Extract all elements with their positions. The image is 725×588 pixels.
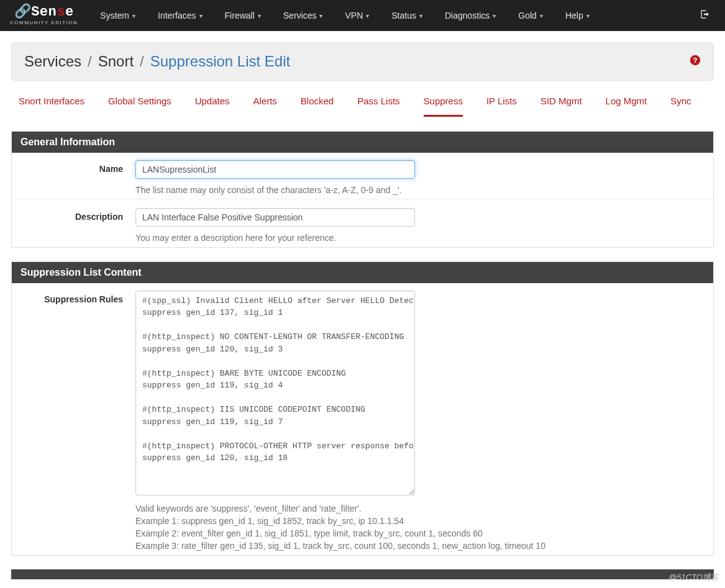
nav-item-help[interactable]: Help▾: [554, 0, 601, 31]
tab-blocked[interactable]: Blocked: [301, 96, 334, 117]
breadcrumb-active: Suppression List Edit: [150, 53, 290, 70]
caret-icon: ▾: [419, 12, 422, 19]
nav-item-vpn[interactable]: VPN▾: [334, 0, 380, 31]
breadcrumb-services[interactable]: Services: [24, 53, 81, 70]
tab-alerts[interactable]: Alerts: [253, 96, 277, 117]
general-information-title: General Information: [12, 132, 713, 153]
nav-item-gold[interactable]: Gold▾: [507, 0, 554, 31]
suppression-content-panel: Suppression List Content Suppression Rul…: [11, 261, 714, 556]
tab-suppress[interactable]: Suppress: [424, 96, 463, 117]
action-strip: [11, 569, 714, 579]
nav-item-firewall[interactable]: Firewall▾: [214, 0, 272, 31]
action-panel: Save Cancel: [11, 569, 714, 588]
logo[interactable]: 🔗Sense COMMUNITY EDITION: [10, 6, 78, 25]
tab-sid-mgmt[interactable]: SID Mgmt: [540, 96, 582, 117]
nav-item-interfaces[interactable]: Interfaces▾: [147, 0, 213, 31]
nav-item-services[interactable]: Services▾: [272, 0, 334, 31]
caret-icon: ▾: [493, 12, 496, 19]
breadcrumb-snort[interactable]: Snort: [98, 53, 134, 70]
logout-icon[interactable]: [695, 9, 715, 22]
description-label: Description: [21, 208, 135, 244]
tab-pass-lists[interactable]: Pass Lists: [357, 96, 399, 117]
svg-text:?: ?: [693, 56, 698, 63]
tab-ip-lists[interactable]: IP Lists: [486, 96, 517, 117]
breadcrumb-bar: Services / Snort / Suppression List Edit…: [11, 42, 714, 81]
tab-snort-interfaces[interactable]: Snort Interfaces: [19, 96, 84, 117]
nav-item-diagnostics[interactable]: Diagnostics▾: [434, 0, 507, 31]
breadcrumb: Services / Snort / Suppression List Edit: [24, 53, 290, 70]
description-help: You may enter a description here for you…: [135, 232, 704, 244]
tab-updates[interactable]: Updates: [195, 96, 230, 117]
caret-icon: ▾: [132, 12, 135, 19]
top-navbar: 🔗Sense COMMUNITY EDITION System▾Interfac…: [0, 0, 725, 31]
suppression-content-title: Suppression List Content: [12, 262, 713, 283]
caret-icon: ▾: [199, 12, 203, 19]
help-icon[interactable]: ?: [690, 55, 701, 69]
tab-global-settings[interactable]: Global Settings: [108, 96, 171, 117]
description-input[interactable]: [135, 208, 415, 227]
general-information-panel: General Information Name The list name m…: [11, 131, 714, 248]
name-help: The list name may only consist of the ch…: [135, 184, 704, 196]
caret-icon: ▾: [258, 12, 261, 19]
tab-bar: Snort InterfacesGlobal SettingsUpdatesAl…: [11, 81, 714, 117]
caret-icon: ▾: [586, 12, 590, 19]
suppression-rules-help: Valid keywords are 'suppress', 'event_fi…: [135, 502, 704, 553]
name-input[interactable]: [135, 160, 415, 179]
suppression-rules-textarea[interactable]: [135, 291, 415, 495]
name-label: Name: [21, 160, 135, 196]
caret-icon: ▾: [366, 12, 369, 19]
caret-icon: ▾: [319, 12, 322, 19]
caret-icon: ▾: [540, 12, 543, 19]
suppression-rules-label: Suppression Rules: [21, 291, 135, 553]
nav-item-system[interactable]: System▾: [89, 0, 147, 31]
tab-log-mgmt[interactable]: Log Mgmt: [606, 96, 647, 117]
nav-item-status[interactable]: Status▾: [380, 0, 434, 31]
tab-sync[interactable]: Sync: [670, 96, 691, 117]
